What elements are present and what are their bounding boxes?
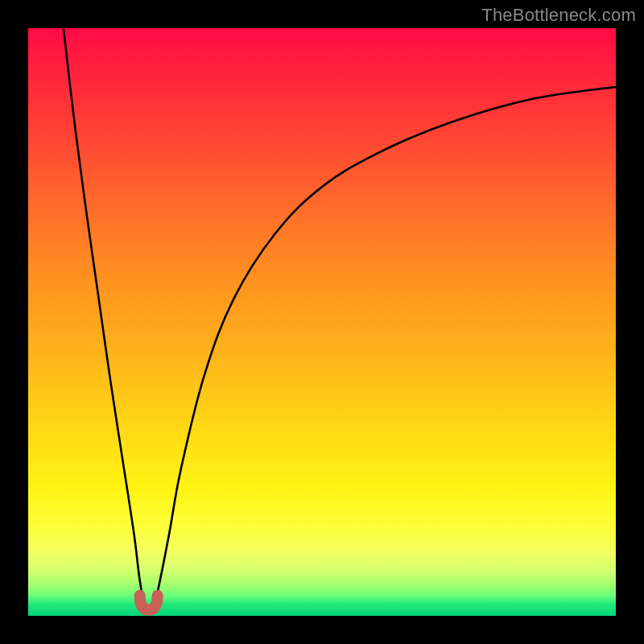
minimum-indicator-marker (140, 596, 158, 610)
curve-overlay (28, 28, 616, 616)
chart-frame: TheBottleneck.com (0, 0, 644, 644)
plot-area (28, 28, 616, 616)
bottleneck-curve-line (64, 28, 616, 613)
watermark-text: TheBottleneck.com (481, 5, 636, 26)
